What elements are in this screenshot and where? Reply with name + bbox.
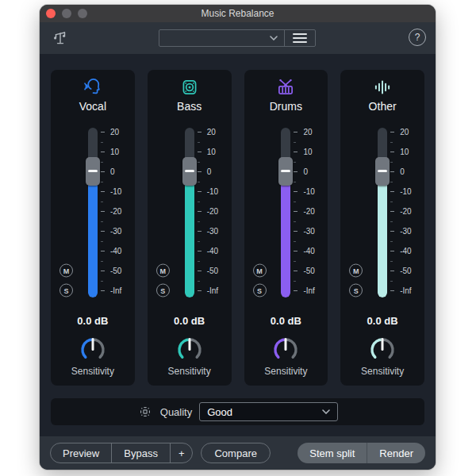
quality-value: Good [207, 406, 322, 418]
fader-track[interactable] [378, 128, 387, 298]
minimize-button[interactable] [62, 9, 71, 18]
fader-fill [185, 173, 194, 298]
chevron-down-icon [322, 409, 330, 414]
mute-button[interactable]: M [60, 264, 73, 278]
preset-dropdown[interactable] [159, 29, 316, 47]
scale-minor-tick [294, 182, 296, 182]
channel-strip: Bass 20100-10-20-30-40-50-Inf M S 0.0 dB… [148, 70, 232, 386]
scale-tick: 0 [294, 167, 308, 176]
scale-tick: -40 [390, 246, 411, 255]
scale-tick: -50 [294, 266, 314, 275]
scale-tick-label: -Inf [400, 286, 411, 295]
scale-minor-tick [294, 142, 296, 143]
toolbar: ? [40, 22, 436, 54]
scale-tick-label: -10 [110, 187, 121, 196]
fader-track[interactable] [88, 128, 98, 298]
scale-tick: -20 [198, 206, 218, 216]
scale-tick-label: -10 [303, 187, 314, 196]
add-button[interactable]: + [170, 443, 193, 463]
scale-tick: -50 [198, 266, 218, 275]
preset-menu-button[interactable] [285, 30, 315, 46]
scale-minor-tick [294, 281, 296, 282]
scale-tick-label: 20 [207, 128, 216, 136]
scale-tick-label: -Inf [110, 286, 121, 295]
fader-handle[interactable] [86, 157, 100, 186]
quality-icon [137, 404, 153, 420]
scale-tick-label: 0 [303, 167, 308, 176]
scale-tick-label: 20 [110, 128, 119, 136]
gain-value[interactable]: 0.0 dB [148, 315, 232, 327]
help-button[interactable]: ? [409, 29, 426, 46]
scale-tick-label: -Inf [207, 286, 218, 295]
scale-tick: 10 [294, 147, 312, 156]
scale-tick-label: -50 [110, 267, 121, 275]
scale-minor-tick [198, 182, 200, 182]
preview-button[interactable]: Preview [51, 443, 111, 463]
solo-button[interactable]: S [156, 284, 170, 298]
solo-button[interactable]: S [253, 284, 267, 298]
channel-header: Vocal [51, 70, 135, 113]
scale-tick: 20 [294, 127, 312, 136]
music-rebalance-icon [51, 29, 70, 48]
solo-button[interactable]: S [60, 284, 73, 298]
fader-track[interactable] [185, 128, 194, 298]
quality-label: Quality [160, 406, 192, 418]
scale-minor-tick [390, 182, 393, 182]
channel-strip: Drums 20100-10-20-30-40-50-Inf M S 0.0 d… [244, 70, 328, 386]
scale-tick-label: -30 [110, 227, 121, 236]
sensitivity-label: Sensitivity [244, 366, 328, 377]
gain-fader: 20100-10-20-30-40-50-Inf M S [244, 117, 328, 304]
channel-strip: Vocal 20100-10-20-30-40-50-Inf M S 0.0 d… [51, 70, 135, 386]
scale-tick-label: 10 [207, 148, 216, 156]
scale-tick: -10 [101, 186, 121, 196]
scale-minor-tick [198, 202, 200, 202]
mute-button[interactable]: M [156, 264, 170, 278]
channel-header: Other [340, 70, 424, 113]
sensitivity-knob[interactable] [270, 334, 301, 366]
zoom-button[interactable] [78, 9, 87, 18]
gain-value[interactable]: 0.0 dB [340, 315, 424, 327]
scale-tick-label: 10 [400, 148, 409, 156]
fader-handle[interactable] [375, 157, 390, 186]
scale-tick: -Inf [294, 286, 314, 295]
scale-minor-tick [294, 202, 296, 202]
fader-handle[interactable] [182, 157, 197, 186]
scale-tick: -50 [101, 266, 121, 275]
gain-value[interactable]: 0.0 dB [51, 315, 135, 327]
render-button[interactable]: Render [367, 443, 425, 463]
stem-split-button[interactable]: Stem split [298, 443, 367, 463]
scale-tick-label: -50 [207, 267, 218, 275]
scale-tick-label: 0 [207, 167, 212, 176]
solo-button[interactable]: S [349, 284, 363, 298]
mute-button[interactable]: M [253, 264, 267, 278]
compare-button[interactable]: Compare [201, 443, 270, 463]
fader-handle[interactable] [278, 157, 293, 186]
scale-tick: -50 [390, 266, 411, 275]
quality-row: Quality Good [51, 398, 424, 425]
quality-select[interactable]: Good [199, 402, 338, 421]
channel-header: Drums [244, 70, 328, 113]
close-button[interactable] [46, 9, 56, 18]
scale-minor-tick [101, 261, 103, 262]
sensitivity-label: Sensitivity [148, 366, 232, 377]
scale-minor-tick [390, 281, 393, 282]
sensitivity-knob[interactable] [367, 334, 398, 366]
scale-minor-tick [101, 281, 103, 282]
sensitivity-knob[interactable] [77, 334, 109, 366]
gain-value[interactable]: 0.0 dB [244, 315, 328, 327]
scale-tick-label: -20 [110, 207, 121, 216]
scale-tick: 10 [390, 147, 409, 156]
scale-tick-label: -Inf [303, 286, 314, 295]
scale-tick-label: -50 [400, 267, 411, 275]
scale-tick: 0 [101, 167, 115, 176]
scale-tick: -30 [294, 226, 314, 236]
scale-tick-label: 20 [303, 128, 312, 136]
channel-name: Vocal [51, 100, 135, 113]
mute-button[interactable]: M [349, 264, 363, 278]
scale-tick: -40 [198, 246, 218, 255]
sensitivity-knob[interactable] [174, 334, 205, 366]
fader-track[interactable] [281, 128, 290, 298]
bypass-button[interactable]: Bypass [111, 443, 170, 463]
scale-minor-tick [198, 261, 200, 262]
scale-minor-tick [294, 261, 296, 262]
